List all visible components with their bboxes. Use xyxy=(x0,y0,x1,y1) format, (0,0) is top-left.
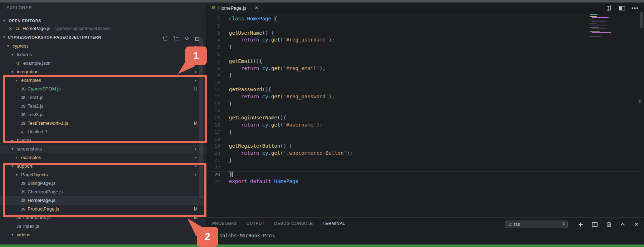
tree-item-label: videos xyxy=(17,231,30,239)
editor-tabbar: JS HomePage.js ✕ ••• xyxy=(207,3,644,14)
line-number: 19 xyxy=(207,143,220,150)
line-number: 17 xyxy=(207,129,220,136)
code-line-17[interactable]: 17} xyxy=(207,129,644,136)
json-file-icon: {} xyxy=(16,59,19,68)
tree-item-pageobjects[interactable]: ▾PageObjects● xyxy=(0,171,206,179)
code-line-6[interactable]: 6 xyxy=(207,51,644,58)
minimap[interactable] xyxy=(590,14,611,37)
close-icon[interactable]: ✕ xyxy=(9,24,12,33)
tree-item-integration[interactable]: ▾integration● xyxy=(0,68,206,76)
code-line-21[interactable]: 21} xyxy=(207,157,644,164)
tab-homepage-js[interactable]: JS HomePage.js ✕ xyxy=(207,3,263,14)
tree-item-cypresspom-js[interactable]: JSCypresSPOM.jsU xyxy=(0,85,206,93)
status-bar[interactable] xyxy=(0,244,644,247)
tree-item-example-json[interactable]: {}example.json xyxy=(0,59,206,68)
open-changes-icon[interactable] xyxy=(605,4,613,12)
tree-item-untitled-1[interactable]: ≡Untitled-1 xyxy=(0,128,206,136)
code-line-12[interactable]: 12 return cy.get('#reg_password'); xyxy=(207,93,644,100)
code-text: return cy.get('#reg_password'); xyxy=(229,93,335,100)
code-line-24[interactable]: 24export default HomePage xyxy=(207,178,644,185)
code-line-4[interactable]: 4 return cy.get('#reg_username'); xyxy=(207,36,644,44)
chevron-down-icon: ▾ xyxy=(3,16,5,25)
tab-label: HomePage.js xyxy=(218,5,246,11)
line-number: 10 xyxy=(207,79,220,86)
tree-item-plugins[interactable]: ▸plugins xyxy=(0,136,206,145)
code-line-18[interactable]: 18 xyxy=(207,136,644,143)
code-line-20[interactable]: 20 return cy.get('.woocommerce-Button'); xyxy=(207,150,644,157)
line-number: 2 xyxy=(207,23,220,30)
editor-scrollbar[interactable] xyxy=(640,12,643,28)
shell-select[interactable]: 1: zsh xyxy=(505,221,568,228)
line-number: 9 xyxy=(207,72,220,79)
maximize-panel-icon[interactable] xyxy=(619,221,626,228)
tree-item-index-js[interactable]: JSindex.js xyxy=(0,222,206,231)
code-text: } xyxy=(229,72,232,79)
open-editor-filename: HomePage.js xyxy=(23,24,50,33)
code-line-3[interactable]: 3getUserName() { xyxy=(207,30,644,37)
code-line-2[interactable]: 2 xyxy=(207,23,644,30)
kill-terminal-icon[interactable] xyxy=(605,221,612,228)
new-folder-icon[interactable] xyxy=(174,35,179,41)
tree-item-fixtures[interactable]: ▾fixtures xyxy=(0,50,206,59)
split-terminal-icon[interactable] xyxy=(591,221,598,228)
tree-item-examples[interactable]: ▸examples● xyxy=(0,153,206,162)
tree-item-homepage-js[interactable]: JSHomePage.js xyxy=(0,196,206,205)
tree-item-examples[interactable]: ▾examples● xyxy=(0,76,206,85)
code-line-14[interactable]: 14 xyxy=(207,107,644,114)
close-icon[interactable]: ✕ xyxy=(255,5,258,10)
line-number: 13 xyxy=(207,100,220,108)
split-editor-icon[interactable] xyxy=(618,4,626,12)
tree-item-test1-js[interactable]: JSTest1.js xyxy=(0,93,206,102)
code-line-13[interactable]: 13} xyxy=(207,100,644,108)
new-terminal-icon[interactable] xyxy=(577,221,584,228)
code-line-16[interactable]: 16 return cy.get('#username'); xyxy=(207,122,644,129)
close-panel-icon[interactable]: ✕ xyxy=(633,221,640,228)
tree-item-videos[interactable]: ▾videos● xyxy=(0,231,206,239)
panel-tab-output[interactable]: OUTPUT xyxy=(247,221,265,229)
tree-item-cypress[interactable]: ▾cypress● xyxy=(0,42,206,50)
terminal-prompt[interactable]: shishs-MacBook-Pro% xyxy=(219,233,274,238)
tree-item-commands-js[interactable]: JScommands.jsM xyxy=(0,213,206,222)
editor-area: JS HomePage.js ✕ ••• 1class HomePage {23… xyxy=(207,3,644,217)
open-editor-item-homepage[interactable]: ✕ JS HomePage.js cypress/support/PageObj… xyxy=(0,24,206,33)
tree-item-checkoutpage-js[interactable]: JSCheckoutPage.js xyxy=(0,188,206,196)
code-text: } xyxy=(229,171,233,178)
tree-item-testframework-1-js[interactable]: JSTestFramework-1.jsM xyxy=(0,119,206,128)
tree-item-test3-js[interactable]: JSTest3.js xyxy=(0,110,206,119)
code-line-19[interactable]: 19getRegisterButton() { xyxy=(207,143,644,150)
code-line-5[interactable]: 5} xyxy=(207,44,644,51)
code-text: export default HomePage xyxy=(229,178,298,185)
js-file-icon: JS xyxy=(21,102,25,110)
code-line-11[interactable]: 11getPassword(){ xyxy=(207,86,644,93)
code-line-23[interactable]: 23} xyxy=(207,171,644,178)
code-line-15[interactable]: 15getLoginUserName(){ xyxy=(207,114,644,122)
tree-item-test2-js[interactable]: JSTest2.js xyxy=(0,102,206,110)
tree-item-billingpage-js[interactable]: JSBillingPage.js xyxy=(0,179,206,188)
git-status-badge: U xyxy=(193,85,199,93)
code-editor[interactable]: 1class HomePage {23getUserName() {4 retu… xyxy=(207,15,644,185)
tree-item-productpage-js[interactable]: JSProductPage.jsM xyxy=(0,205,206,213)
text-cursor xyxy=(232,172,233,177)
line-number: 15 xyxy=(207,114,220,122)
code-text: } xyxy=(229,44,232,51)
code-text: return cy.get('#reg_email'); xyxy=(229,65,326,72)
panel-tab-debug-console[interactable]: DEBUG CONSOLE xyxy=(274,221,313,229)
code-line-10[interactable]: 10 xyxy=(207,79,644,86)
code-line-22[interactable]: 22 xyxy=(207,164,644,171)
panel-tab-terminal[interactable]: TERMINAL xyxy=(323,221,345,229)
more-actions-icon[interactable]: ••• xyxy=(631,4,639,12)
code-line-8[interactable]: 8 return cy.get('#reg_email'); xyxy=(207,65,644,72)
open-editors-header[interactable]: ▾ OPEN EDITORS xyxy=(0,16,206,25)
code-line-1[interactable]: 1class HomePage { xyxy=(207,15,644,23)
refresh-icon[interactable]: ⟳ xyxy=(184,35,190,41)
chevron-down-icon: ▾ xyxy=(11,162,13,171)
new-file-icon[interactable] xyxy=(162,35,168,41)
code-line-7[interactable]: 7getEmail(){ xyxy=(207,58,644,65)
tree-item-screenshots[interactable]: ▾screenshots● xyxy=(0,145,206,153)
line-number: 6 xyxy=(207,51,220,58)
code-text: } xyxy=(229,129,232,136)
code-text: return cy.get('.woocommerce-Button'); xyxy=(229,150,353,157)
code-text: getEmail(){ xyxy=(229,58,262,65)
tree-item-support[interactable]: ▾support● xyxy=(0,162,206,171)
code-line-9[interactable]: 9} xyxy=(207,72,644,79)
